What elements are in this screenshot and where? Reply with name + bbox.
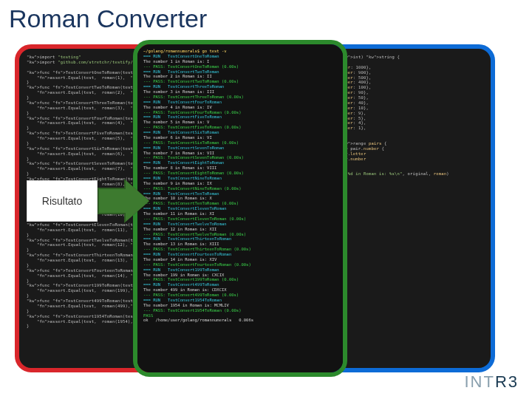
logo-right: R3 bbox=[495, 372, 519, 391]
result-callout: Risultato bbox=[27, 180, 149, 222]
terminal-output: ~/golang/romannumerals$ go test -v === R… bbox=[137, 44, 343, 372]
arrow-right-icon bbox=[98, 180, 149, 222]
slide-title: Roman Converter bbox=[9, 4, 207, 33]
brand-logo: INTR3 bbox=[464, 372, 519, 392]
result-label-box: Risultato bbox=[27, 180, 98, 222]
result-label: Risultato bbox=[42, 195, 82, 207]
panel-terminal: ~/golang/romannumerals$ go test -v === R… bbox=[133, 40, 347, 377]
logo-left: INT bbox=[464, 372, 494, 391]
